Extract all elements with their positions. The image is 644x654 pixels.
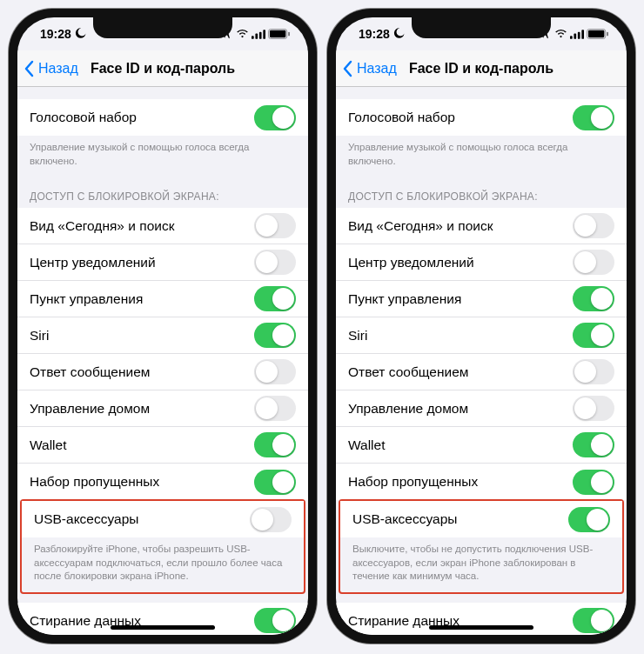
lock-row-2: Пункт управления [336,281,627,317]
voice-dial-footer: Управление музыкой с помощью голоса всег… [17,136,308,177]
phone-notch [412,17,551,38]
lock-row-4: Ответ сообщением [17,354,308,390]
lock-row-3-switch[interactable] [573,323,614,348]
usb-highlight: USB-аксессуарыРазблокируйте iPhone, чтоб… [20,499,305,594]
lock-row-5-switch[interactable] [573,396,614,421]
usb-accessories: USB-аксессуары [340,501,622,537]
lock-row-1-switch[interactable] [573,250,614,275]
lock-row-6-switch[interactable] [573,432,614,457]
lock-access-header: ДОСТУП С БЛОКИРОВКОЙ ЭКРАНА: [17,177,308,208]
svg-rect-3 [263,30,265,39]
wifi-icon [236,29,249,39]
erase-data: Стирание данных [336,603,627,635]
home-indicator [111,625,215,630]
back-label: Назад [38,61,78,77]
home-indicator [429,625,533,630]
lock-row-3-label: Siri [348,328,367,344]
lock-row-0: Вид «Сегодня» и поиск [336,208,627,244]
lock-row-3-label: Siri [30,328,49,344]
lock-row-1: Центр уведомлений [336,244,627,281]
usb-accessories-switch[interactable] [568,507,610,532]
svg-rect-12 [588,30,604,37]
voice-dial-label: Голосовой набор [30,110,137,125]
nav-bar: Назад Face ID и код-пароль [336,50,627,87]
lock-row-0-label: Вид «Сегодня» и поиск [30,218,174,234]
voice-dial: Голосовой набор [17,99,308,136]
lock-row-5-label: Управление домом [348,401,468,417]
status-time: 19:28 [359,27,390,41]
lock-row-6-switch[interactable] [254,432,296,457]
lock-access-header: ДОСТУП С БЛОКИРОВКОЙ ЭКРАНА: [336,177,627,208]
usb-highlight: USB-аксессуарыВыключите, чтобы не допуст… [339,499,624,594]
back-button[interactable]: Назад [343,60,397,77]
dnd-icon [393,27,406,42]
svg-rect-2 [259,31,262,38]
svg-rect-6 [288,32,290,37]
svg-rect-13 [607,32,608,37]
lock-row-5: Управление домом [17,390,308,427]
wifi-icon [554,29,567,39]
lock-row-2-switch[interactable] [573,286,614,311]
svg-rect-5 [270,30,285,37]
status-time: 19:28 [40,27,71,41]
lock-row-4-label: Ответ сообщением [30,364,150,380]
erase-data-switch[interactable] [573,608,614,633]
lock-row-4: Ответ сообщением [336,354,627,390]
svg-rect-8 [574,33,576,38]
lock-row-2: Пункт управления [17,281,308,317]
svg-rect-10 [581,30,584,39]
lock-row-7: Набор пропущенных [336,464,627,500]
settings-content: Голосовой наборУправление музыкой с помо… [336,87,627,635]
erase-data: Стирание данных [17,603,308,635]
phone-notch [93,17,232,38]
lock-row-2-label: Пункт управления [348,291,461,307]
voice-dial-switch[interactable] [254,105,296,130]
svg-rect-1 [255,33,258,38]
lock-row-1: Центр уведомлений [17,244,308,281]
lock-row-3: Siri [17,317,308,354]
lock-row-3: Siri [336,317,627,354]
lock-row-6: Wallet [336,427,627,464]
lock-row-1-label: Центр уведомлений [348,255,474,270]
voice-dial-footer: Управление музыкой с помощью голоса всег… [336,136,627,177]
lock-row-7: Набор пропущенных [17,464,308,500]
voice-dial: Голосовой набор [336,99,627,136]
erase-data-switch[interactable] [254,608,296,633]
lock-row-0-label: Вид «Сегодня» и поиск [348,218,493,234]
lock-row-7-switch[interactable] [254,470,296,495]
voice-dial-switch[interactable] [573,105,614,130]
usb-footer: Разблокируйте iPhone, чтобы разрешить US… [22,537,304,592]
battery-icon [587,29,609,39]
lock-row-3-switch[interactable] [254,323,296,348]
back-label: Назад [357,61,397,77]
phone-frame: 19:28 [9,9,317,644]
lock-row-2-label: Пункт управления [30,291,143,307]
lock-row-5-switch[interactable] [254,396,296,421]
lock-row-1-switch[interactable] [254,250,296,275]
dnd-icon [75,27,87,42]
lock-row-6: Wallet [17,427,308,464]
signal-icon [252,30,265,39]
lock-row-0: Вид «Сегодня» и поиск [17,208,308,244]
phone-frame: 19:28 [327,9,635,644]
signal-icon [570,30,584,39]
usb-accessories-switch[interactable] [250,507,292,532]
lock-row-4-label: Ответ сообщением [348,364,468,380]
lock-row-6-label: Wallet [348,437,386,453]
lock-row-0-switch[interactable] [573,213,614,238]
lock-row-6-label: Wallet [30,437,67,453]
lock-row-7-label: Набор пропущенных [30,474,159,490]
usb-footer: Выключите, чтобы не допустить подключени… [340,537,622,592]
lock-row-4-switch[interactable] [254,359,296,384]
lock-row-2-switch[interactable] [254,286,296,311]
svg-rect-0 [252,36,254,39]
lock-row-4-switch[interactable] [573,359,614,384]
lock-row-7-switch[interactable] [573,470,614,495]
usb-accessories-label: USB-аксессуары [352,511,457,527]
lock-row-5: Управление домом [336,390,627,427]
lock-row-7-label: Набор пропущенных [348,474,478,490]
lock-row-0-switch[interactable] [254,213,296,238]
usb-accessories-label: USB-аксессуары [34,511,138,527]
battery-icon [268,29,291,39]
back-button[interactable]: Назад [24,60,78,77]
